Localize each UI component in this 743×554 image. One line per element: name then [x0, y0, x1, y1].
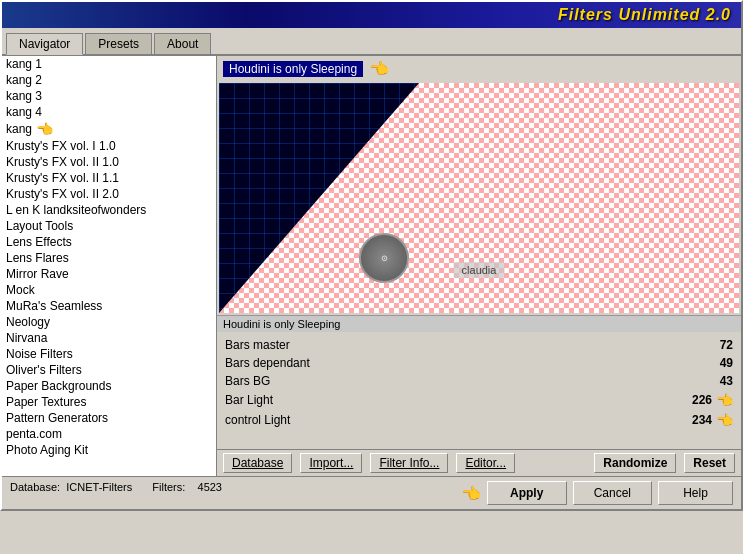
list-item[interactable]: Lens Flares	[2, 250, 216, 266]
list-item[interactable]: Nirvana	[2, 330, 216, 346]
list-item[interactable]: Photo Aging Kit	[2, 442, 216, 458]
list-item[interactable]: Mirror Rave	[2, 266, 216, 282]
list-item[interactable]: Noise Filters	[2, 346, 216, 362]
database-button[interactable]: Database	[223, 453, 292, 473]
editor-button[interactable]: Editor...	[456, 453, 515, 473]
main-window: Filters Unlimited 2.0 Navigator Presets …	[0, 0, 743, 511]
list-item[interactable]: kang 1	[2, 56, 216, 72]
param-arrow-icon: 👈	[716, 412, 733, 428]
help-button[interactable]: Help	[658, 481, 733, 505]
tab-about[interactable]: About	[154, 33, 211, 54]
param-row[interactable]: Bars dependant 49	[221, 354, 737, 372]
list-item[interactable]: Pattern Generators	[2, 410, 216, 426]
watermark-text: claudia	[454, 262, 505, 278]
list-item[interactable]: L en K landksiteofwonders	[2, 202, 216, 218]
preview-label: Houdini is only Sleeping	[217, 315, 741, 332]
list-item[interactable]: Lens Effects	[2, 234, 216, 250]
tab-presets[interactable]: Presets	[85, 33, 152, 54]
filter-info-button[interactable]: Filter Info...	[370, 453, 448, 473]
filter-name-badge: Houdini is only Sleeping	[223, 61, 363, 77]
filter-list[interactable]: kang 1 kang 2 kang 3 kang 4 kang 👈 Krust…	[2, 56, 216, 476]
list-item[interactable]: Neology	[2, 314, 216, 330]
param-row[interactable]: Bars master 72	[221, 336, 737, 354]
filter-arrow-icon: 👈	[369, 59, 389, 78]
preview-header: Houdini is only Sleeping 👈	[217, 56, 741, 81]
list-item[interactable]: Krusty's FX vol. II 2.0	[2, 186, 216, 202]
watermark-logo: ⊙	[359, 233, 409, 283]
param-row[interactable]: control Light 234 👈	[221, 410, 737, 430]
title-bar: Filters Unlimited 2.0	[2, 2, 741, 28]
param-arrow-icon: 👈	[716, 392, 733, 408]
list-item[interactable]: Krusty's FX vol. II 1.1	[2, 170, 216, 186]
list-item[interactable]: kang 4	[2, 104, 216, 120]
list-item[interactable]: Paper Textures	[2, 394, 216, 410]
tab-navigator[interactable]: Navigator	[6, 33, 83, 55]
randomize-button[interactable]: Randomize	[594, 453, 676, 473]
arrow-icon: 👈	[36, 121, 53, 137]
list-item[interactable]: Krusty's FX vol. II 1.0	[2, 154, 216, 170]
main-content: kang 1 kang 2 kang 3 kang 4 kang 👈 Krust…	[2, 56, 741, 476]
import-button[interactable]: Import...	[300, 453, 362, 473]
list-item[interactable]: kang 3	[2, 88, 216, 104]
reset-button[interactable]: Reset	[684, 453, 735, 473]
list-item[interactable]: Krusty's FX vol. I 1.0	[2, 138, 216, 154]
title-text: Filters Unlimited 2.0	[558, 6, 731, 23]
apply-button[interactable]: Apply	[487, 481, 567, 505]
list-item[interactable]: MuRa's Seamless	[2, 298, 216, 314]
list-item[interactable]: Layout Tools	[2, 218, 216, 234]
list-item[interactable]: kang 👈	[2, 120, 216, 138]
param-row[interactable]: Bar Light 226 👈	[221, 390, 737, 410]
param-row[interactable]: Bars BG 43	[221, 372, 737, 390]
params-panel: Bars master 72 Bars dependant 49 Bars BG…	[217, 332, 741, 449]
list-item[interactable]: penta.com	[2, 426, 216, 442]
list-item[interactable]: kang 2	[2, 72, 216, 88]
status-bar: Database: ICNET-Filters Filters: 4523 👈 …	[2, 476, 741, 509]
list-item[interactable]: Oliver's Filters	[2, 362, 216, 378]
bottom-toolbar: Database Import... Filter Info... Editor…	[217, 449, 741, 476]
list-item[interactable]: Mock	[2, 282, 216, 298]
apply-arrow-icon: 👈	[461, 484, 481, 503]
left-panel: kang 1 kang 2 kang 3 kang 4 kang 👈 Krust…	[2, 56, 217, 476]
tab-bar: Navigator Presets About	[2, 28, 741, 56]
cancel-button[interactable]: Cancel	[573, 481, 652, 505]
list-item[interactable]: Paper Backgrounds	[2, 378, 216, 394]
preview-canvas: ⊙ claudia	[219, 83, 739, 313]
right-panel: Houdini is only Sleeping 👈 ⊙ claudia H	[217, 56, 741, 476]
